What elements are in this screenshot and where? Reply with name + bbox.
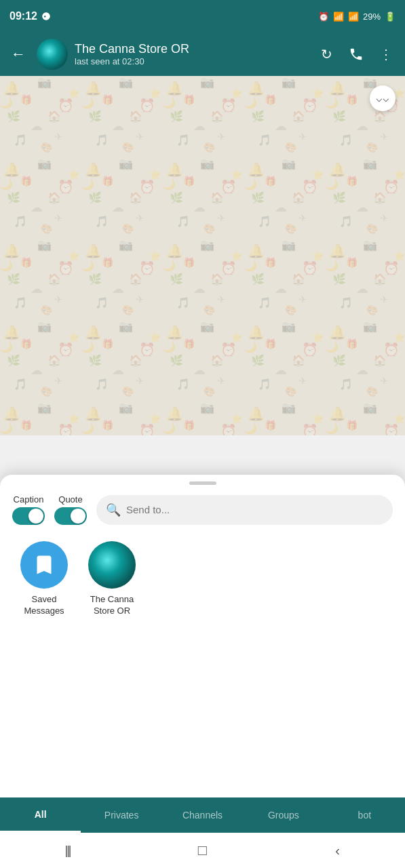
quote-toggle[interactable]	[54, 507, 87, 525]
tab-groups[interactable]: Groups	[243, 797, 324, 833]
contact-info: The Canna Store OR last seen at 02:30	[75, 42, 307, 66]
status-time: 09:12 ●	[9, 10, 51, 22]
canna-store-avatar	[88, 541, 136, 589]
avatar[interactable]	[37, 39, 68, 70]
share-sheet: Caption Quote 🔍 Saved Messages The Canna…	[0, 475, 405, 868]
quote-toggle-group: Quote	[54, 494, 87, 525]
status-bar: 09:12 ● ⏰ 📶 📶 29% 🔋	[0, 0, 405, 33]
recent-apps-button[interactable]: |||	[54, 837, 81, 864]
quote-label: Quote	[58, 494, 82, 505]
last-seen: last seen at 02:30	[75, 56, 307, 66]
back-nav-button[interactable]: ‹	[324, 837, 351, 864]
caption-toggle-group: Caption	[12, 494, 45, 525]
battery-icon: 🔋	[385, 12, 396, 22]
chat-header: ← The Canna Store OR last seen at 02:30 …	[0, 33, 405, 76]
contact-name: The Canna Store OR	[75, 42, 307, 56]
tab-bot[interactable]: bot	[324, 797, 405, 833]
search-input[interactable]	[126, 504, 383, 515]
caption-toggle[interactable]	[12, 507, 45, 525]
time-display: 09:12	[9, 10, 37, 22]
status-icons: ⏰ 📶 📶 29% 🔋	[318, 12, 396, 22]
sheet-controls: Caption Quote 🔍	[0, 485, 405, 534]
contact-canna-store[interactable]: The Canna Store OR	[81, 541, 142, 617]
canna-store-label: The Canna Store OR	[81, 594, 142, 617]
contact-saved-messages[interactable]: Saved Messages	[14, 541, 75, 617]
chat-background: 🔔 📷 ⏰ 🌿 ☁ ✈ 🎵 🎨 🌙 ⭐ 🎁 🏠 ⌵⌵	[0, 76, 405, 435]
scroll-to-bottom-button[interactable]: ⌵⌵	[370, 85, 396, 111]
svg-text:●: ●	[43, 14, 46, 18]
notification-icon: ●	[41, 12, 51, 21]
search-bar[interactable]: 🔍	[96, 495, 393, 525]
search-icon: 🔍	[106, 502, 121, 517]
home-button[interactable]: □	[189, 837, 216, 864]
bg-pattern: 🔔 📷 ⏰ 🌿 ☁ ✈ 🎵 🎨 🌙 ⭐ 🎁 🏠	[0, 76, 405, 435]
saved-messages-avatar	[20, 541, 68, 589]
home-icon: □	[198, 842, 207, 859]
svg-rect-14	[0, 76, 405, 435]
menu-button[interactable]: ⋮	[374, 42, 398, 66]
refresh-button[interactable]: ↻	[314, 42, 339, 66]
bookmark-icon	[32, 553, 56, 577]
signal-icon: 📶	[348, 12, 359, 22]
recent-apps-icon: |||	[64, 844, 70, 858]
header-actions: ↻ ⋮	[314, 42, 398, 66]
call-button[interactable]	[344, 42, 368, 66]
caption-label: Caption	[14, 494, 44, 505]
tab-all[interactable]: All	[0, 797, 81, 833]
tab-privates[interactable]: Privates	[81, 797, 161, 833]
contacts-grid: Saved Messages The Canna Store OR	[0, 534, 405, 624]
android-nav-bar: ||| □ ‹	[0, 833, 405, 868]
back-nav-icon: ‹	[335, 843, 340, 859]
back-button[interactable]: ←	[7, 41, 30, 67]
filter-tab-bar: All Privates Channels Groups bot	[0, 797, 405, 833]
battery-display: 29%	[363, 12, 381, 22]
chevron-down-icon: ⌵⌵	[376, 93, 389, 104]
bg-pattern-svg: 🔔 📷 ⏰ 🌿 ☁ ✈ 🎵 🎨 🌙 ⭐ 🎁 🏠	[0, 76, 405, 435]
wifi-icon: 📶	[333, 12, 344, 22]
phone-icon	[349, 47, 364, 62]
tab-channels[interactable]: Channels	[162, 797, 243, 833]
saved-messages-label: Saved Messages	[14, 594, 75, 617]
alarm-icon: ⏰	[318, 12, 329, 22]
